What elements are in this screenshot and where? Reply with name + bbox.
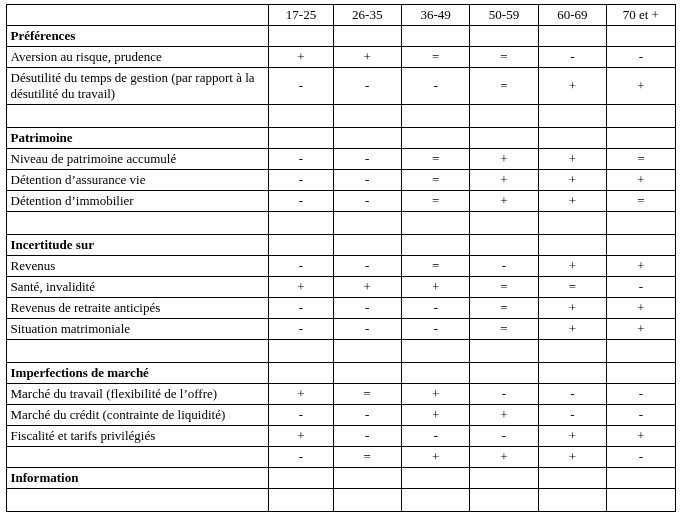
empty-cell bbox=[333, 363, 401, 384]
value-cell: - bbox=[269, 170, 333, 191]
empty-cell bbox=[607, 489, 675, 512]
value-cell: + bbox=[470, 149, 538, 170]
value-cell: = bbox=[470, 319, 538, 340]
empty-cell bbox=[470, 128, 538, 149]
col-26-35: 26-35 bbox=[333, 5, 401, 26]
value-cell: + bbox=[607, 319, 675, 340]
section-header: Préférences bbox=[6, 26, 269, 47]
value-cell: + bbox=[401, 405, 469, 426]
value-cell: + bbox=[269, 277, 333, 298]
value-cell: + bbox=[538, 298, 606, 319]
section-header: Incertitude sur bbox=[6, 235, 269, 256]
value-cell: - bbox=[333, 149, 401, 170]
value-cell: - bbox=[538, 384, 606, 405]
value-cell: - bbox=[333, 426, 401, 447]
blank-label bbox=[6, 212, 269, 235]
empty-cell bbox=[538, 128, 606, 149]
empty-cell bbox=[401, 489, 469, 512]
value-cell: + bbox=[538, 426, 606, 447]
empty-cell bbox=[607, 468, 675, 489]
row-label: Situation matrimoniale bbox=[6, 319, 269, 340]
value-cell: + bbox=[538, 256, 606, 277]
empty-cell bbox=[401, 105, 469, 128]
empty-cell bbox=[607, 128, 675, 149]
empty-cell bbox=[538, 235, 606, 256]
row-label: Marché du travail (flexibilité de l’offr… bbox=[6, 384, 269, 405]
empty-cell bbox=[269, 105, 333, 128]
empty-cell bbox=[269, 128, 333, 149]
row-label bbox=[6, 447, 269, 468]
value-cell: - bbox=[333, 191, 401, 212]
empty-cell bbox=[470, 212, 538, 235]
col-17-25: 17-25 bbox=[269, 5, 333, 26]
empty-cell bbox=[333, 489, 401, 512]
empty-cell bbox=[333, 105, 401, 128]
empty-cell bbox=[470, 340, 538, 363]
empty-cell bbox=[401, 340, 469, 363]
value-cell: - bbox=[401, 319, 469, 340]
row-label: Détention d’immobilier bbox=[6, 191, 269, 212]
value-cell: + bbox=[470, 447, 538, 468]
col-50-59: 50-59 bbox=[470, 5, 538, 26]
value-cell: + bbox=[607, 256, 675, 277]
value-cell: = bbox=[470, 47, 538, 68]
value-cell: - bbox=[607, 405, 675, 426]
value-cell: - bbox=[538, 405, 606, 426]
value-cell: - bbox=[607, 384, 675, 405]
row-label: Fiscalité et tarifs privilégiés bbox=[6, 426, 269, 447]
empty-cell bbox=[269, 26, 333, 47]
value-cell: - bbox=[333, 319, 401, 340]
value-cell: - bbox=[333, 298, 401, 319]
col-60-69: 60-69 bbox=[538, 5, 606, 26]
data-table: 17-25 26-35 36-49 50-59 60-69 70 et + Pr… bbox=[6, 4, 676, 512]
empty-cell bbox=[538, 26, 606, 47]
value-cell: = bbox=[470, 298, 538, 319]
empty-cell bbox=[401, 235, 469, 256]
value-cell: = bbox=[401, 170, 469, 191]
empty-cell bbox=[333, 212, 401, 235]
empty-cell bbox=[333, 26, 401, 47]
value-cell: = bbox=[607, 191, 675, 212]
value-cell: + bbox=[269, 384, 333, 405]
value-cell: - bbox=[607, 277, 675, 298]
value-cell: - bbox=[269, 191, 333, 212]
value-cell: - bbox=[333, 68, 401, 105]
value-cell: = bbox=[470, 68, 538, 105]
value-cell: - bbox=[470, 256, 538, 277]
row-label: Marché du crédit (contrainte de liquidit… bbox=[6, 405, 269, 426]
empty-cell bbox=[333, 340, 401, 363]
value-cell: - bbox=[538, 47, 606, 68]
empty-cell bbox=[538, 363, 606, 384]
empty-cell bbox=[538, 340, 606, 363]
value-cell: + bbox=[269, 426, 333, 447]
value-cell: - bbox=[401, 298, 469, 319]
empty-cell bbox=[607, 363, 675, 384]
value-cell: + bbox=[607, 170, 675, 191]
value-cell: + bbox=[607, 68, 675, 105]
value-cell: - bbox=[333, 256, 401, 277]
value-cell: + bbox=[538, 170, 606, 191]
empty-cell bbox=[401, 468, 469, 489]
section-header: Patrimoine bbox=[6, 128, 269, 149]
empty-cell bbox=[269, 489, 333, 512]
value-cell: = bbox=[538, 277, 606, 298]
value-cell: - bbox=[607, 47, 675, 68]
row-label: Revenus bbox=[6, 256, 269, 277]
value-cell: - bbox=[269, 298, 333, 319]
value-cell: + bbox=[538, 68, 606, 105]
value-cell: - bbox=[607, 447, 675, 468]
value-cell: = bbox=[470, 277, 538, 298]
value-cell: = bbox=[401, 149, 469, 170]
empty-cell bbox=[401, 363, 469, 384]
empty-cell bbox=[401, 128, 469, 149]
value-cell: - bbox=[269, 319, 333, 340]
row-label: Revenus de retraite anticipés bbox=[6, 298, 269, 319]
value-cell: + bbox=[607, 298, 675, 319]
empty-cell bbox=[401, 26, 469, 47]
value-cell: = bbox=[333, 447, 401, 468]
blank-label bbox=[6, 489, 269, 512]
empty-cell bbox=[607, 105, 675, 128]
empty-cell bbox=[538, 105, 606, 128]
empty-cell bbox=[470, 489, 538, 512]
empty-cell bbox=[538, 489, 606, 512]
